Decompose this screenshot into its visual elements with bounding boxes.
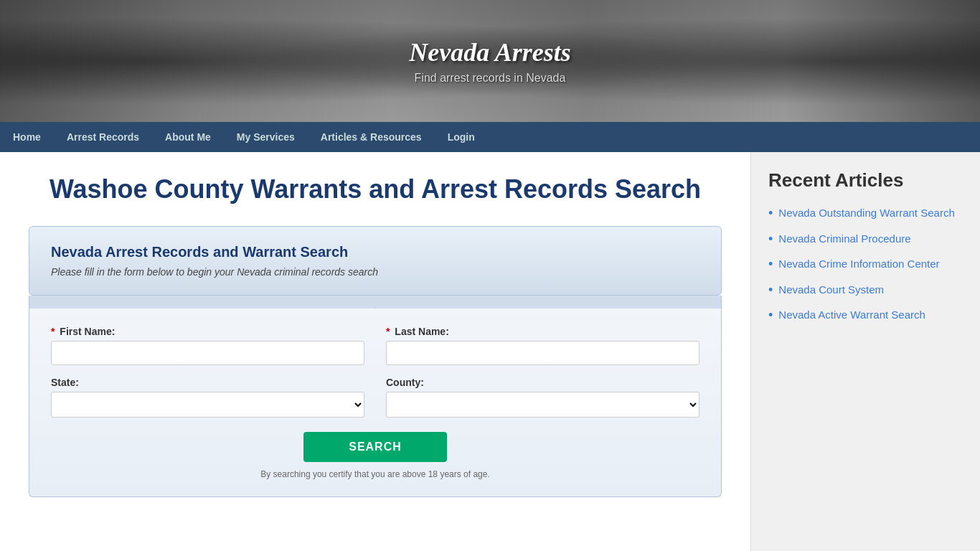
search-button[interactable]: SEARCH xyxy=(303,432,447,462)
nav-login[interactable]: Login xyxy=(435,122,488,152)
search-box-header: Nevada Arrest Records and Warrant Search… xyxy=(29,226,722,296)
form-row-location: State: Nevada County: Washoe xyxy=(51,377,699,418)
first-name-input[interactable] xyxy=(51,341,364,365)
form-disclaimer: By searching you certify that you are ab… xyxy=(51,469,699,479)
main-navigation: Home Arrest Records About Me My Services… xyxy=(0,122,980,152)
nav-arrest-records[interactable]: Arrest Records xyxy=(54,122,152,152)
site-subtitle: Find arrest records in Nevada xyxy=(409,72,571,85)
last-name-required: * xyxy=(386,326,390,337)
sidebar-article-link-1[interactable]: Nevada Outstanding Warrant Search xyxy=(778,206,954,220)
content-area: Washoe County Warrants and Arrest Record… xyxy=(0,152,750,551)
sidebar-article-link-5[interactable]: Nevada Active Warrant Search xyxy=(778,308,925,322)
form-group-first-name: * First Name: xyxy=(51,326,364,365)
nav-my-services[interactable]: My Services xyxy=(224,122,308,152)
search-box-title: Nevada Arrest Records and Warrant Search xyxy=(51,244,699,260)
site-title: Nevada Arrests xyxy=(409,37,571,67)
site-header: Nevada Arrests Find arrest records in Ne… xyxy=(0,0,980,122)
main-container: Washoe County Warrants and Arrest Record… xyxy=(0,152,980,551)
county-select[interactable]: Washoe xyxy=(386,392,699,418)
page-title: Washoe County Warrants and Arrest Record… xyxy=(29,174,722,204)
search-form-container: * First Name: * Last Name: State: xyxy=(29,309,722,497)
header-content: Nevada Arrests Find arrest records in Ne… xyxy=(409,37,571,85)
search-box-subtitle: Please fill in the form below to begin y… xyxy=(51,266,699,278)
sidebar-article-item-4: Nevada Court System xyxy=(768,283,963,298)
nav-home[interactable]: Home xyxy=(0,122,54,152)
state-label: State: xyxy=(51,377,364,388)
form-row-names: * First Name: * Last Name: xyxy=(51,326,699,365)
search-box-arrow xyxy=(362,296,388,309)
sidebar-article-item-5: Nevada Active Warrant Search xyxy=(768,308,963,324)
sidebar: Recent Articles Nevada Outstanding Warra… xyxy=(750,152,980,551)
state-select[interactable]: Nevada xyxy=(51,392,364,418)
last-name-input[interactable] xyxy=(386,341,699,365)
form-group-state: State: Nevada xyxy=(51,377,364,418)
first-name-required: * xyxy=(51,326,55,337)
first-name-label: * First Name: xyxy=(51,326,364,337)
county-label: County: xyxy=(386,377,699,388)
last-name-label: * Last Name: xyxy=(386,326,699,337)
nav-articles-resources[interactable]: Articles & Resources xyxy=(308,122,435,152)
sidebar-title: Recent Articles xyxy=(768,169,963,192)
form-group-last-name: * Last Name: xyxy=(386,326,699,365)
sidebar-article-item-2: Nevada Criminal Procedure xyxy=(768,232,963,248)
sidebar-article-item-1: Nevada Outstanding Warrant Search xyxy=(768,206,963,222)
sidebar-article-list: Nevada Outstanding Warrant Search Nevada… xyxy=(768,206,963,324)
sidebar-article-link-3[interactable]: Nevada Crime Information Center xyxy=(778,257,939,271)
nav-about-me[interactable]: About Me xyxy=(152,122,224,152)
sidebar-article-link-2[interactable]: Nevada Criminal Procedure xyxy=(778,232,910,246)
search-box-arrow-wrapper xyxy=(29,296,722,309)
sidebar-article-item-3: Nevada Crime Information Center xyxy=(768,257,963,273)
form-group-county: County: Washoe xyxy=(386,377,699,418)
sidebar-article-link-4[interactable]: Nevada Court System xyxy=(778,283,884,297)
